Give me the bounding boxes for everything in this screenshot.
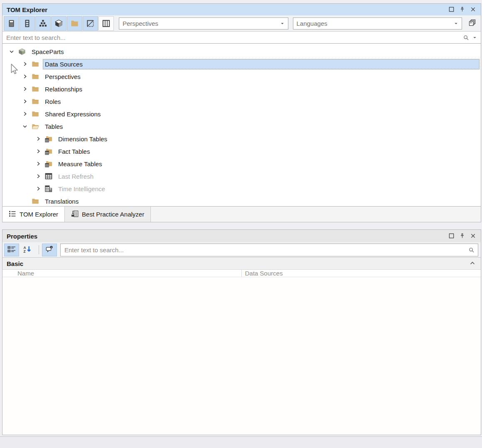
pin-icon (460, 233, 465, 240)
cube-toggle-button[interactable] (51, 16, 66, 31)
tree-item-label-wrap: Translations (43, 197, 479, 206)
tree-item-measure-tables[interactable]: Measure Tables (2, 158, 481, 170)
tree-list-icon (9, 210, 16, 219)
search-icon[interactable] (469, 247, 474, 253)
tree-item-label: Last Refresh (58, 173, 93, 180)
tree-item-label-wrap: Perspectives (43, 72, 479, 81)
tree-item-roles[interactable]: Roles (2, 95, 481, 108)
chevron-collapsed-icon[interactable] (34, 185, 42, 192)
measures-calculator-toggle-button[interactable] (4, 16, 19, 31)
cascade-windows-icon (469, 19, 476, 27)
az-sort-button[interactable]: AZ (20, 244, 35, 256)
languages-dropdown-value: Languages (297, 20, 327, 27)
cascade-windows-button[interactable] (465, 17, 480, 30)
properties-search-bar (60, 244, 478, 256)
chevron-collapsed-icon[interactable] (34, 173, 42, 180)
display-folder-toggle-button[interactable] (67, 16, 82, 31)
chevron-collapsed-icon[interactable] (34, 160, 42, 167)
pin-button[interactable] (457, 231, 467, 241)
info-bubble-button[interactable]: i (42, 244, 57, 256)
perspectives-dropdown[interactable]: Perspectives (119, 17, 288, 30)
categorized-view-button[interactable] (4, 244, 19, 256)
tree-item-time-intelligence[interactable]: Time Intelligence (2, 182, 481, 195)
window-controls (446, 231, 481, 241)
tree-item-tables[interactable]: Tables (2, 120, 481, 133)
chevron-collapsed-icon[interactable] (21, 98, 29, 105)
tree-item-label-wrap: Relationships (43, 84, 479, 94)
tree-item-label-wrap: SpaceParts (30, 47, 479, 57)
tree-item-relationships[interactable]: Relationships (2, 83, 481, 95)
tab-tom-explorer[interactable]: TOM Explorer (2, 207, 65, 222)
tom-explorer-toolbar: Perspectives Languages (2, 15, 481, 32)
section-header-basic[interactable]: Basic (2, 258, 481, 270)
flask-list-icon (71, 210, 79, 219)
chevron-collapsed-icon[interactable] (21, 111, 29, 117)
maximize-button[interactable] (446, 5, 457, 14)
tree-item-label: Roles (45, 98, 61, 105)
chevron-collapsed-icon[interactable] (34, 135, 42, 142)
property-row-name[interactable]: NameData Sources (2, 270, 481, 277)
tree-item-label-wrap: Measure Tables (57, 159, 479, 169)
search-icon[interactable] (463, 35, 469, 40)
search-options-chevron-icon[interactable] (472, 35, 477, 40)
tree-item-fact-tables[interactable]: Fact Tables (2, 145, 481, 158)
tree-item-shared-expressions[interactable]: Shared Expressions (2, 108, 481, 120)
chevron-expanded-icon[interactable] (21, 123, 29, 130)
close-button[interactable] (467, 5, 478, 14)
categorized-view-icon (7, 246, 16, 254)
properties-panel: Properties AZi Basic NameData Sources (2, 229, 481, 435)
collapse-section-button[interactable] (468, 260, 477, 267)
tree-item-dimension-tables[interactable]: Dimension Tables (2, 133, 481, 145)
tree-item-label: Perspectives (45, 73, 81, 80)
explorer-tabbar: TOM ExplorerBest Practice Analyzer (2, 206, 481, 222)
tree-item-label: Time Intelligence (58, 185, 105, 192)
perspective-square-toggle-button[interactable] (83, 16, 98, 31)
tab-best-practice-analyzer[interactable]: Best Practice Analyzer (65, 207, 151, 222)
tree-item-label: Translations (45, 198, 79, 205)
perspective-square-icon (86, 20, 94, 27)
tom-explorer-titlebar[interactable]: TOM Explorer (2, 4, 481, 15)
properties-search-input[interactable] (61, 244, 478, 256)
tree-item-label: Relationships (45, 86, 82, 93)
measures-calculator-icon (7, 20, 15, 27)
columns-view-icon (102, 20, 110, 27)
properties-titlebar[interactable]: Properties (2, 230, 481, 242)
tree-item-label-wrap: Last Refresh (57, 172, 479, 181)
tree-item-label-wrap: Dimension Tables (57, 134, 479, 144)
maximize-icon (449, 233, 454, 240)
app-bottom-strip (0, 436, 482, 448)
tree-item-last-refresh[interactable]: Last Refresh (2, 170, 481, 182)
info-bubble-icon: i (45, 246, 54, 254)
maximize-icon (449, 6, 454, 13)
chevron-collapsed-icon[interactable] (21, 73, 29, 80)
folder-icon (32, 98, 41, 105)
tree-item-data-sources[interactable]: Data Sources (2, 58, 481, 70)
table-calc-icon (45, 185, 54, 192)
tree-item-spaceparts[interactable]: SpaceParts (2, 45, 481, 58)
tom-explorer-panel: TOM Explorer Perspectives Languages Spac… (2, 3, 481, 222)
tree-item-perspectives[interactable]: Perspectives (2, 70, 481, 83)
close-button[interactable] (467, 231, 478, 241)
chevron-down-icon (454, 21, 458, 26)
section-label: Basic (7, 260, 23, 267)
pin-icon (460, 6, 465, 13)
property-name: Name (2, 270, 242, 277)
chevron-expanded-icon[interactable] (7, 48, 16, 55)
languages-dropdown[interactable]: Languages (293, 17, 462, 30)
tree-item-label-wrap: Time Intelligence (57, 184, 479, 194)
chevron-collapsed-icon[interactable] (21, 61, 29, 67)
maximize-button[interactable] (446, 231, 457, 241)
chevron-up-icon (470, 260, 475, 267)
property-value[interactable]: Data Sources (242, 270, 481, 277)
folder-table-icon (45, 148, 54, 155)
columns-view-toggle-button[interactable] (98, 16, 114, 31)
column-toggle-button[interactable] (20, 16, 35, 31)
folder-open-icon (32, 123, 41, 130)
chevron-collapsed-icon[interactable] (21, 86, 29, 92)
tom-search-input[interactable] (2, 32, 481, 43)
tree-item-translations[interactable]: Translations (2, 195, 481, 206)
pin-button[interactable] (457, 5, 467, 14)
chevron-collapsed-icon[interactable] (34, 148, 42, 155)
hierarchy-toggle-button[interactable] (35, 16, 51, 31)
tree-item-label: SpaceParts (32, 48, 64, 55)
